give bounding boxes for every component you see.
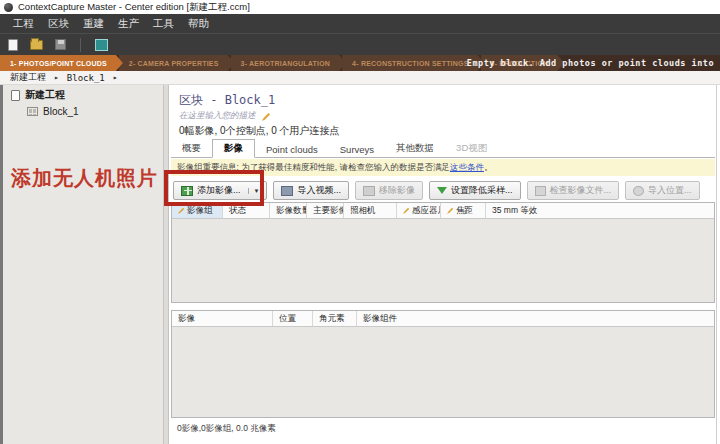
- import-positions-button: 导入位置...: [625, 181, 700, 200]
- col-rotation[interactable]: 角元素: [313, 311, 357, 326]
- remove-photos-icon: [363, 186, 375, 196]
- tab-photos[interactable]: 影像: [212, 139, 255, 158]
- empty-block-hint: Empty block. Add photos or point clouds …: [467, 55, 714, 71]
- block-main-panel: 区块 - Block_1 在这里输入您的描述 0幅影像, 0个控制点, 0 个用…: [169, 85, 717, 444]
- block-description[interactable]: 在这里输入您的描述: [179, 110, 271, 122]
- set-downsampling-button[interactable]: 设置降低采样...: [429, 181, 521, 200]
- annotation-add-drone-photos: 添加无人机照片: [11, 165, 167, 192]
- edit-pencil-icon: [447, 207, 454, 214]
- new-project-icon[interactable]: [8, 39, 18, 51]
- photogroups-table-body[interactable]: [172, 219, 714, 303]
- breadcrumb-arrow-icon[interactable]: ▸: [113, 73, 118, 82]
- photos-table: 影像 位置 角元素 影像组件: [171, 310, 715, 418]
- downsample-arrow-icon: [437, 187, 447, 194]
- edit-pencil-icon[interactable]: [262, 112, 271, 121]
- tree-block-label: Block_1: [43, 106, 79, 117]
- photos-table-body[interactable]: [172, 327, 714, 418]
- col-sensor-size[interactable]: 感应器尺寸: [397, 203, 441, 218]
- check-image-files-button: 检查影像文件...: [527, 181, 620, 200]
- import-video-label: 导入视频...: [297, 184, 341, 197]
- add-photos-icon: [181, 186, 193, 196]
- window-title: ContextCapture Master - Center edition […: [18, 1, 250, 14]
- tree-item-block[interactable]: Block_1: [3, 103, 163, 118]
- title-bar: ContextCapture Master - Center edition […: [0, 0, 720, 14]
- workflow-tab-reconstruction[interactable]: 4- RECONSTRUCTION SETTINGS: [342, 55, 484, 71]
- col-camera[interactable]: 照相机: [344, 203, 397, 218]
- workflow-bar: 1- PHOTOS/POINT CLOUDS 2- CAMERA PROPERT…: [0, 55, 720, 71]
- col-position[interactable]: 位置: [273, 311, 313, 326]
- notice-text: 影像组重要信息: 为了获得最佳精度和性能, 请检查您输入的数据是否满足: [177, 162, 450, 174]
- tab-point-clouds[interactable]: Point clouds: [255, 142, 329, 157]
- photos-table-header: 影像 位置 角元素 影像组件: [172, 311, 714, 327]
- menu-project[interactable]: 工程: [6, 14, 41, 33]
- tab-additional-data[interactable]: 其他数据: [385, 140, 445, 157]
- photogroups-table-header: 影像组 状态 影像数量 主要影像组件 照相机 感应器尺寸 焦距 35 mm 等效: [172, 203, 714, 219]
- block-title: 区块 - Block_1: [179, 92, 275, 109]
- tab-surveys[interactable]: Surveys: [329, 142, 385, 157]
- menu-tools[interactable]: 工具: [146, 14, 181, 33]
- view-icon[interactable]: [95, 39, 108, 51]
- edit-pencil-icon: [178, 207, 185, 214]
- notice-suffix: 。: [484, 162, 493, 174]
- notice-conditions-link[interactable]: 这些条件: [450, 162, 484, 174]
- remove-photos-button: 移除影像: [355, 181, 423, 200]
- menu-block[interactable]: 区块: [41, 14, 76, 33]
- breadcrumb-block[interactable]: Block_1: [67, 73, 105, 83]
- tab-general[interactable]: 概要: [171, 140, 212, 157]
- col-component[interactable]: 影像组件: [357, 311, 714, 326]
- open-project-icon[interactable]: [30, 40, 43, 50]
- description-placeholder: 在这里输入您的描述: [179, 110, 256, 122]
- menu-help[interactable]: 帮助: [181, 14, 216, 33]
- import-positions-icon: [633, 186, 644, 196]
- menu-reconstruction[interactable]: 重建: [76, 14, 111, 33]
- photo-actions-row: 添加影像... ▼ 导入视频... 移除影像 设置降低采样... 检查影像文件.…: [173, 180, 713, 201]
- app-icon: [4, 3, 13, 12]
- dropdown-arrow-icon[interactable]: ▼: [248, 188, 260, 194]
- col-photo-count[interactable]: 影像数量: [270, 203, 307, 218]
- block-grid-icon: [27, 107, 38, 116]
- import-video-button[interactable]: 导入视频...: [273, 181, 349, 200]
- menu-production[interactable]: 生产: [111, 14, 146, 33]
- tree-project-label: 新建工程: [25, 88, 65, 102]
- save-project-icon[interactable]: [55, 39, 66, 50]
- block-tabs: 概要 影像 Point clouds Surveys 其他数据 3D视图: [171, 141, 715, 158]
- col-photo[interactable]: 影像: [172, 311, 273, 326]
- project-doc-icon: [11, 90, 20, 101]
- block-summary: 0幅影像, 0个控制点, 0 个用户连接点: [179, 124, 340, 138]
- col-photogroup[interactable]: 影像组: [172, 203, 223, 218]
- menu-bar: 工程 区块 重建 生产 工具 帮助: [0, 14, 720, 33]
- photos-status-line: 0影像,0影像组, 0.0 兆像素: [177, 423, 276, 435]
- set-downsampling-label: 设置降低采样...: [451, 184, 513, 197]
- tab-3d-view: 3D视图: [445, 140, 498, 157]
- add-photos-button[interactable]: 添加影像... ▼: [173, 181, 267, 200]
- project-tree-panel: 新建工程 Block_1: [0, 85, 163, 444]
- workflow-tab-aerotriangulation[interactable]: 3- AEROTRIANGULATION: [231, 55, 347, 71]
- col-focal-length[interactable]: 焦距: [441, 203, 486, 218]
- edit-pencil-icon: [403, 207, 410, 214]
- breadcrumb: 新建工程 ▸ Block_1 ▸: [0, 71, 720, 85]
- video-frames-icon: [281, 186, 293, 196]
- toolbar-separator: [80, 38, 81, 52]
- tool-bar: [0, 33, 720, 55]
- workflow-tab-photos[interactable]: 1- PHOTOS/POINT CLOUDS: [0, 55, 123, 71]
- add-photos-label: 添加影像...: [197, 184, 241, 197]
- check-files-icon: [535, 186, 546, 196]
- breadcrumb-project[interactable]: 新建工程: [10, 71, 46, 84]
- import-positions-label: 导入位置...: [648, 184, 692, 197]
- col-status[interactable]: 状态: [223, 203, 270, 218]
- breadcrumb-arrow-icon[interactable]: ▸: [54, 73, 59, 82]
- col-main-component[interactable]: 主要影像组件: [307, 203, 344, 218]
- workflow-tab-camera[interactable]: 2- CAMERA PROPERTIES: [119, 55, 235, 71]
- col-35mm-eq[interactable]: 35 mm 等效: [486, 203, 714, 218]
- tree-item-project[interactable]: 新建工程: [3, 85, 163, 103]
- photogroups-table: 影像组 状态 影像数量 主要影像组件 照相机 感应器尺寸 焦距 35 mm 等效: [171, 202, 715, 303]
- remove-photos-label: 移除影像: [379, 184, 415, 197]
- check-image-files-label: 检查影像文件...: [550, 184, 612, 197]
- photogroup-notice: 影像组重要信息: 为了获得最佳精度和性能, 请检查您输入的数据是否满足 这些条件…: [171, 159, 715, 176]
